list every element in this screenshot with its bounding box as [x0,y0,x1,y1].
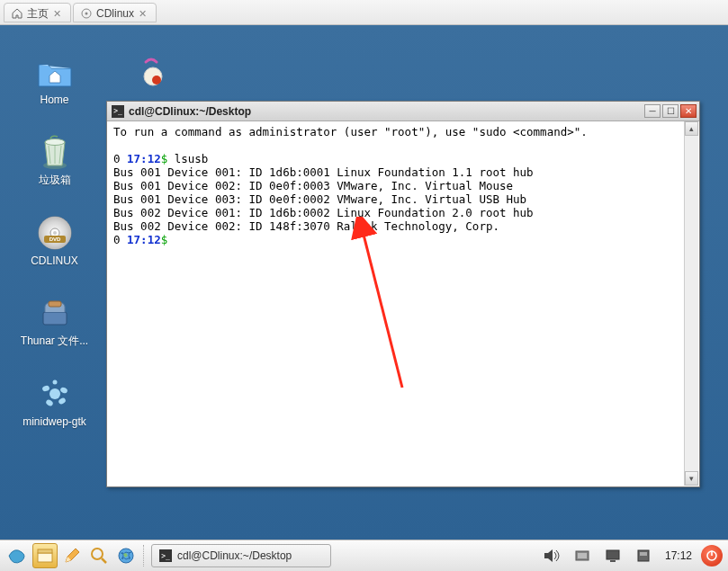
bell-icon [135,57,167,89]
window-titlebar[interactable]: cdl@CDlinux:~/Desktop ─ ☐ ✕ [107,102,699,121]
tray-icon-3[interactable] [631,543,656,568]
tab-home[interactable]: 主页 ✕ [4,3,71,22]
disc-icon [81,8,92,19]
terminal-line: Bus 001 Device 002: ID 0e0f:0003 VMware,… [113,179,693,192]
desktop-icons-column: Home 垃圾箱 DVD CDLINUX Thunar 文件... minidw… [16,54,93,428]
svg-point-13 [41,385,50,392]
svg-rect-27 [578,553,587,558]
taskbar-window-button[interactable]: >_ cdl@CDlinux:~/Desktop [151,544,331,567]
desktop[interactable]: Home 垃圾箱 DVD CDLINUX Thunar 文件... minidw… [0,25,728,540]
terminal-prompt-line: 0 17:12$ [113,233,693,246]
svg-rect-31 [640,552,647,556]
desktop-icon-cdlinux[interactable]: DVD CDLINUX [16,215,93,267]
terminal-line [113,138,693,152]
svg-point-3 [45,139,65,146]
svg-point-12 [49,388,60,399]
dvd-icon: DVD [35,215,75,251]
tab-label: CDlinux [96,7,134,20]
svg-point-14 [59,387,68,395]
app-menu-button[interactable] [5,543,31,568]
svg-rect-28 [607,550,619,559]
terminal-line: Bus 002 Device 001: ID 1d6b:0002 Linux F… [113,206,693,219]
desktop-icon-minidwep[interactable]: minidwep-gtk [16,376,93,428]
terminal-body[interactable]: To run a command as administrator (user … [108,121,698,486]
svg-rect-21 [38,553,52,562]
terminal-line: Bus 001 Device 003: ID 0e0f:0002 VMware,… [113,192,693,206]
volume-icon[interactable] [539,543,564,568]
splash-icon [35,376,75,412]
window-title: cdl@CDlinux:~/Desktop [129,105,643,118]
launcher-pencil[interactable] [59,543,85,568]
home-icon [12,8,22,19]
maximize-button[interactable]: ☐ [662,104,679,118]
svg-rect-29 [610,560,616,562]
power-button[interactable] [701,545,723,567]
desktop-icon-label: 垃圾箱 [39,173,71,188]
tab-label: 主页 [27,6,49,22]
minimize-button[interactable]: ─ [644,104,661,118]
desktop-icon-label: minidwep-gtk [22,415,86,428]
svg-point-7 [53,231,57,235]
svg-point-17 [52,380,57,385]
taskbar-tray: 17:12 [539,543,723,568]
scroll-up-button[interactable]: ▴ [685,121,698,136]
terminal-scrollbar[interactable]: ▴ ▾ [684,121,698,486]
tab-close-icon[interactable]: ✕ [139,8,147,20]
terminal-line: Bus 001 Device 001: ID 1d6b:0001 Linux F… [113,165,693,179]
file-manager-icon [35,294,75,330]
svg-point-23 [92,549,103,559]
svg-point-15 [45,398,54,407]
desktop-icon-home[interactable]: Home [16,54,93,106]
desktop-icon-thunar[interactable]: Thunar 文件... [16,294,93,349]
svg-line-24 [102,558,106,563]
launcher-magnifier[interactable] [86,543,112,568]
desktop-icon-unknown[interactable] [135,57,167,92]
terminal-icon: >_ [159,549,172,562]
show-desktop-button[interactable] [32,543,58,568]
terminal-prompt-line: 0 17:12$ lsusb [113,152,693,165]
terminal-icon [112,105,124,118]
tab-cdlinux[interactable]: CDlinux ✕ [73,3,157,22]
svg-point-16 [58,397,67,405]
terminal-line: Bus 002 Device 002: ID 148f:3070 Ralink … [113,219,693,233]
terminal-window: cdl@CDlinux:~/Desktop ─ ☐ ✕ To run a com… [106,101,700,487]
taskbar-window-label: cdl@CDlinux:~/Desktop [177,549,292,562]
tray-icon-2[interactable] [600,543,625,568]
launcher-globe[interactable] [113,543,139,568]
svg-rect-11 [49,301,61,307]
clock[interactable]: 17:12 [661,549,696,562]
trash-icon [35,133,75,169]
desktop-icon-label: CDLINUX [31,254,78,267]
desktop-icon-label: Thunar 文件... [21,334,88,349]
desktop-icon-trash[interactable]: 垃圾箱 [16,133,93,188]
tab-close-icon[interactable]: ✕ [53,8,61,20]
folder-home-icon [35,54,75,90]
desktop-icon-label: Home [40,94,68,106]
tray-icon-1[interactable] [570,543,595,568]
close-button[interactable]: ✕ [680,104,697,118]
scroll-down-button[interactable]: ▾ [685,471,698,486]
svg-text:DVD: DVD [49,236,60,242]
taskbar-separator [143,545,147,567]
svg-point-1 [85,13,88,15]
taskbar: >_ cdl@CDlinux:~/Desktop 17:12 [0,540,728,571]
svg-rect-10 [43,312,67,325]
svg-rect-22 [38,549,52,553]
scroll-track[interactable] [685,136,698,471]
taskbar-launchers: >_ cdl@CDlinux:~/Desktop [5,543,331,568]
terminal-line: To run a command as administrator (user … [113,125,693,138]
browser-tab-bar: 主页 ✕ CDlinux ✕ [0,0,728,25]
svg-point-19 [152,76,161,85]
